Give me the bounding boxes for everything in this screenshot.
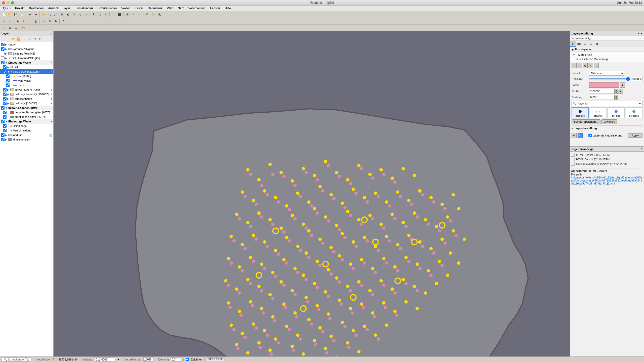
vergrosserung-input[interactable] — [143, 357, 153, 361]
deckkraft-value[interactable] — [631, 77, 642, 81]
info-btn[interactable]: ℹ — [91, 12, 96, 17]
processing-btn[interactable]: ⚙ — [144, 12, 150, 17]
layer-toolbar-btn3[interactable]: ⊡ — [13, 25, 19, 31]
menu-bearbeiten[interactable]: Bearbeiten — [27, 6, 46, 11]
layer-options-gitter[interactable]: ≡ — [51, 66, 52, 69]
layer-options-buildings[interactable]: ≡ — [51, 102, 52, 105]
attribute-table-btn[interactable]: ⊞ — [125, 12, 130, 17]
favoriten-add-btn[interactable]: ▼ — [639, 102, 641, 105]
layer-check-linienlaenge[interactable] — [3, 124, 7, 128]
open-layer-btn[interactable]: 📂 — [11, 36, 16, 41]
style-manager-btn[interactable]: 🎨 — [21, 25, 26, 31]
layer-toolbar-btn2[interactable]: ⊠ — [7, 25, 13, 31]
menu-vektor[interactable]: Vektor — [119, 6, 132, 11]
node-tool-btn[interactable]: ◈ — [15, 19, 20, 24]
tab-abc[interactable]: abc — [576, 41, 582, 47]
grosse-unit-btn[interactable]: ▼ — [618, 89, 623, 94]
python-btn[interactable]: 🐍 — [150, 12, 156, 17]
layer-panel-close[interactable]: ✕ — [50, 32, 52, 35]
remove-layer-btn[interactable]: − — [6, 36, 11, 41]
menu-erweiterungen[interactable]: Erweiterungen — [95, 6, 119, 11]
expand-all-btn[interactable]: ⊞ — [32, 36, 37, 41]
layer-check-zugeschnitten[interactable] — [3, 97, 7, 101]
layer-item-eindeutige2[interactable]: ▼ Eindeutige Werte ≡ — [0, 119, 53, 124]
measure-btn[interactable]: 📏 — [111, 12, 116, 17]
results-minimize-btn[interactable]: − — [638, 148, 639, 151]
zoom-full-btn[interactable]: ⊞ — [59, 12, 64, 17]
zoom-next-btn[interactable]: ▷ — [83, 12, 89, 17]
layer-item-buildings-bereinigt[interactable]: ▶ buildings-bereinigt [154637] ≡ — [0, 92, 53, 97]
tab-mask[interactable]: ◉ — [594, 41, 600, 47]
stats-btn[interactable]: ≡ — [137, 12, 142, 17]
layer-check-mittelsachsen[interactable] — [1, 138, 5, 141]
minimize-button[interactable] — [7, 1, 10, 4]
farbe-swatch[interactable] — [589, 82, 619, 88]
result-item-2[interactable]: HTML-Bericht [02:10:27PM] — [571, 157, 643, 162]
layer-options-eindeutige2[interactable]: ≡ — [51, 120, 52, 123]
layer-options-zugeschnitten[interactable]: ≡ — [51, 98, 52, 100]
styling-minimize-btn[interactable]: − — [638, 32, 639, 35]
zoom-layer-btn[interactable]: ⊡ — [71, 12, 76, 17]
layer-item-einzelne[interactable]: ▶ Einzelne Teile [45] — [0, 51, 53, 56]
drehung-input[interactable] — [589, 95, 614, 100]
layer-check-buildings-bereinigt[interactable] — [3, 93, 7, 96]
new-project-btn[interactable]: 📄 — [1, 12, 7, 17]
farbe-dropdown-btn[interactable]: ▼ — [620, 82, 625, 88]
layer-check-pois-bereinigt[interactable] — [3, 70, 7, 73]
result-item-1[interactable]: HTML-Bericht [08:07:42PM] — [571, 153, 643, 157]
status-search-input[interactable] — [8, 358, 29, 361]
layer-item-pois-bereinigt[interactable]: ▼ ● pois-bereinigt [12138] ≡ — [0, 69, 53, 74]
grosse-down[interactable]: ▼ — [614, 91, 618, 94]
zoom-in-btn[interactable]: 🔍 — [47, 12, 52, 17]
zoom-out-btn[interactable]: 🔎 — [53, 12, 58, 17]
layer-options-buildings-bereinigt[interactable]: ≡ — [51, 93, 52, 96]
menu-netz[interactable]: Netz — [176, 6, 186, 11]
copy-btn[interactable]: ⊕ — [47, 19, 52, 24]
map-canvas[interactable] — [54, 31, 570, 356]
massstab-input[interactable] — [95, 357, 115, 361]
symbol-dot-green[interactable]: dot green — [626, 107, 643, 118]
move-up-btn[interactable]: ↑ — [22, 36, 27, 41]
layer-check-grunflachen[interactable] — [3, 115, 7, 119]
grosse-up[interactable]: ▲ — [614, 89, 618, 91]
filepath-value[interactable]: /private/var/folders/w9/9kkd4192sb_z2qn6… — [571, 176, 643, 185]
close-button[interactable] — [2, 1, 5, 4]
layer-check-eindeutige2[interactable] — [1, 120, 5, 123]
favoriten-input[interactable] — [578, 102, 639, 105]
layer-check-buildings[interactable] — [3, 102, 7, 105]
layer-check-bebaute-group[interactable] — [1, 106, 5, 110]
layer-check-einzelne[interactable] — [1, 52, 5, 55]
layer-check-schulen[interactable] — [1, 56, 5, 60]
layer-item-bebaute-flachen[interactable]: bebaute-flächen-gitter [6570] — [0, 110, 53, 115]
menu-layer[interactable]: Layer — [61, 6, 72, 11]
layer-item-landuse[interactable]: ▶ landuse 🔢 — [0, 133, 53, 137]
layer-check-bebaute[interactable] — [3, 111, 7, 114]
duplicate-symbol-btn[interactable]: ⊕ — [583, 63, 588, 68]
layer-check-verschneidung[interactable] — [3, 129, 7, 132]
layer-check-pofvr[interactable] — [1, 43, 5, 46]
layer-item-gitter[interactable]: ▶ ⊞ Gitter ≡ — [0, 65, 53, 69]
symbol-dot-blue[interactable]: dot blue — [608, 107, 625, 118]
snapping-btn[interactable]: ⊙ — [61, 19, 66, 24]
tab-clock[interactable]: ⏱ — [588, 41, 594, 47]
menu-hilfe[interactable]: Hilfe — [223, 6, 233, 11]
undo-btn[interactable]: ↩ — [27, 12, 32, 17]
drehung-down[interactable]: ▼ — [614, 97, 618, 100]
layer-item-grunflachen[interactable]: grünflächen-gitter [25871] — [0, 115, 53, 119]
menu-ansicht[interactable]: Ansicht — [46, 6, 60, 11]
layer-options-pois[interactable]: ≡ — [51, 70, 52, 73]
apply-btn[interactable]: Apply — [628, 133, 642, 138]
layer-check-pofvw[interactable] — [3, 88, 7, 92]
symbol-dot-white[interactable]: dot white — [590, 107, 607, 118]
tab-paint[interactable]: 🖌 — [570, 41, 576, 47]
move-feature-btn[interactable]: ✛ — [27, 19, 32, 24]
layer-check-pois[interactable] — [6, 74, 10, 78]
styling-close-btn[interactable]: ✕ — [640, 32, 642, 35]
symbol-speichern-btn[interactable]: Symbol speichern... — [572, 119, 600, 124]
menu-fenster[interactable]: Fenster — [208, 6, 222, 11]
remove-symbol-btn[interactable]: − — [577, 63, 582, 68]
maximize-button[interactable] — [11, 1, 14, 4]
drehung-statusbar-input[interactable] — [171, 357, 181, 361]
menu-projekt[interactable]: Projekt — [13, 6, 26, 11]
layer-check-eindeutige1[interactable] — [1, 61, 5, 64]
